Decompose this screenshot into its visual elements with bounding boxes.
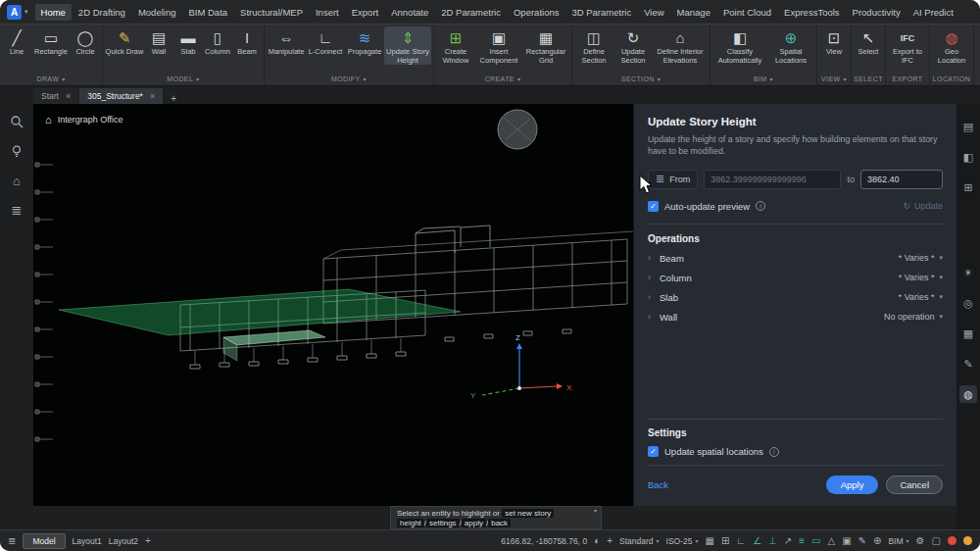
layout1-tab[interactable]: Layout1 (73, 536, 102, 546)
tips-panel-icon[interactable]: ◍ (959, 385, 977, 403)
tool-slab[interactable]: ▬Slab (173, 26, 203, 57)
alert-orange-indicator[interactable] (963, 536, 972, 545)
crosshair-icon[interactable]: + (607, 535, 612, 546)
tool-line[interactable]: ╱Line (2, 26, 31, 57)
group-label-bim[interactable]: BIM▾ (712, 74, 814, 85)
menu-2d-parametric[interactable]: 2D Parametric (435, 4, 507, 21)
tool-update-section[interactable]: ↻Update Section (613, 26, 653, 65)
menu-structural-mep[interactable]: Structural/MEP (234, 4, 309, 21)
chevron-down-icon[interactable]: ▾ (24, 8, 28, 16)
tool-update-story-height[interactable]: ⇕Update Story Height (384, 26, 431, 65)
dynamic-ucs-icon[interactable]: ◐ (594, 535, 600, 546)
command-option-settings[interactable]: settings (426, 519, 460, 527)
annotate-panel-icon[interactable]: ✎ (959, 355, 977, 373)
structures-icon[interactable]: ≣ (9, 202, 24, 218)
command-option[interactable]: set new story (502, 509, 554, 518)
menu-bim-data[interactable]: BIM Data (182, 4, 233, 21)
from-height-input[interactable]: 3862.399999999999996 (704, 170, 841, 189)
add-layout-icon[interactable]: + (145, 535, 151, 546)
tool-l-connect[interactable]: ∟L-Connect (306, 26, 345, 57)
tool-geo-location[interactable]: ◍Geo Location (932, 26, 971, 65)
menu-point-cloud[interactable]: Point Cloud (717, 4, 777, 21)
menu-manage[interactable]: Manage (671, 4, 716, 21)
menu-home[interactable]: Home (35, 4, 72, 21)
cancel-button[interactable]: Cancel (886, 476, 943, 494)
bulb-icon[interactable] (9, 143, 24, 159)
lineweight-icon[interactable]: ≡ (799, 535, 805, 546)
group-label-draw[interactable]: DRAW▾ (2, 74, 100, 85)
tool-define-section[interactable]: ◫Define Section (574, 26, 613, 65)
drawing-standard-dropdown[interactable]: Standard▾ (619, 536, 660, 546)
attachments-panel-icon[interactable]: ⊞ (959, 178, 977, 196)
group-label-location[interactable]: LOCATION (932, 74, 971, 85)
group-label-section[interactable]: SECTION▾ (574, 74, 708, 85)
tool-wall[interactable]: ▤Wall (144, 26, 173, 57)
chevron-down-icon[interactable]: ▾ (594, 508, 597, 516)
menu-expresstools[interactable]: ExpressTools (778, 4, 846, 21)
tool-view[interactable]: ⊡View (819, 26, 849, 57)
esnap-icon[interactable]: ⊥ (768, 535, 777, 546)
command-option-back[interactable]: back (488, 519, 511, 527)
group-label-select[interactable]: SELECT (854, 74, 883, 85)
viewport-canvas[interactable]: X Y Z (33, 104, 633, 506)
tool-circle[interactable]: ◯Circle (71, 26, 100, 57)
menu-operations[interactable]: Operations (508, 4, 564, 21)
monitor-icon[interactable]: ▢ (932, 535, 941, 546)
chevron-down-icon[interactable]: ▾ (939, 274, 943, 281)
tool-create-window[interactable]: ⊞Create Window (436, 26, 475, 65)
new-tab-button[interactable]: + (164, 93, 183, 104)
layout2-tab[interactable]: Layout2 (109, 536, 138, 546)
tool-spatial-locations[interactable]: ⊕Spatial Locations (767, 26, 814, 65)
info-icon[interactable]: i (769, 447, 779, 457)
menu-productivity[interactable]: Productivity (847, 4, 906, 21)
command-option-apply[interactable]: apply (462, 519, 486, 527)
operation-row-wall[interactable]: › Wall No operation ▾ (648, 312, 943, 323)
group-label-modify[interactable]: MODIFY▾ (267, 74, 431, 85)
composition-panel-icon[interactable]: ◧ (959, 148, 977, 166)
tool-column[interactable]: ▯Column (203, 26, 232, 57)
model-tab[interactable]: Model (23, 533, 65, 549)
tool-quick-draw[interactable]: ✎Quick Draw (105, 26, 144, 57)
tool-rectangle[interactable]: ▭Rectangle (31, 26, 71, 57)
dynamic-input-icon[interactable]: △ (828, 535, 836, 546)
operation-row-slab[interactable]: › Slab * Varies * ▾ (648, 292, 943, 303)
ortho-icon[interactable]: ∟ (736, 535, 746, 546)
command-option-height[interactable]: height (397, 519, 424, 527)
bim-workspace-dropdown[interactable]: BIM▾ (888, 536, 908, 546)
menu-export[interactable]: Export (346, 4, 384, 21)
snap-icon[interactable]: ▦ (705, 535, 713, 546)
grid-icon[interactable]: ⊞ (721, 535, 729, 546)
chevron-down-icon[interactable]: ▾ (939, 293, 943, 301)
quad-icon[interactable]: ▣ (842, 535, 851, 546)
operation-row-beam[interactable]: › Beam * Varies * ▾ (648, 253, 943, 264)
ucs-toggle-icon[interactable]: ⊕ (873, 535, 881, 546)
info-icon[interactable]: i (756, 201, 765, 211)
update-link[interactable]: ↻ Update (903, 201, 943, 211)
tool-propagate[interactable]: ≋Propagate (345, 26, 384, 57)
model-viewport[interactable]: ⌂ Intergraph Office (33, 104, 633, 506)
tab-305-structure[interactable]: 305_Structure*× (79, 88, 163, 104)
light-panel-icon[interactable]: ☀ (959, 264, 977, 281)
menu-ai-predict[interactable]: AI Predict (907, 4, 959, 21)
menu-3d-parametric[interactable]: 3D Parametric (565, 4, 637, 21)
tool-export-to-ifc[interactable]: IFCExport to IFC (888, 26, 927, 65)
home-icon[interactable]: ⌂ (9, 173, 24, 188)
back-link[interactable]: Back (648, 479, 668, 490)
search-icon[interactable] (9, 114, 24, 129)
close-icon[interactable]: × (66, 91, 71, 101)
group-label-export[interactable]: EXPORT (888, 74, 927, 85)
tab-start[interactable]: Start× (33, 88, 78, 104)
tool-classify-automatically[interactable]: ◧Classify Automatically (712, 26, 767, 65)
render-panel-icon[interactable]: ◎ (959, 294, 977, 312)
group-label-create[interactable]: CREATE▾ (436, 74, 569, 85)
menu-insert[interactable]: Insert (310, 4, 345, 21)
operation-row-column[interactable]: › Column * Varies * ▾ (648, 273, 943, 283)
menu-2d-drafting[interactable]: 2D Drafting (73, 4, 131, 21)
grid-panel-icon[interactable]: ▦ (959, 325, 977, 342)
auto-update-checkbox[interactable]: ✓ (648, 201, 659, 212)
menu-annotate[interactable]: Annotate (385, 4, 434, 21)
tool-beam[interactable]: IBeam (232, 26, 262, 57)
chevron-down-icon[interactable]: ▾ (939, 313, 943, 321)
gear-icon[interactable]: ⚙ (916, 535, 925, 546)
command-bar[interactable]: Select an entity to highlight or set new… (390, 506, 602, 529)
